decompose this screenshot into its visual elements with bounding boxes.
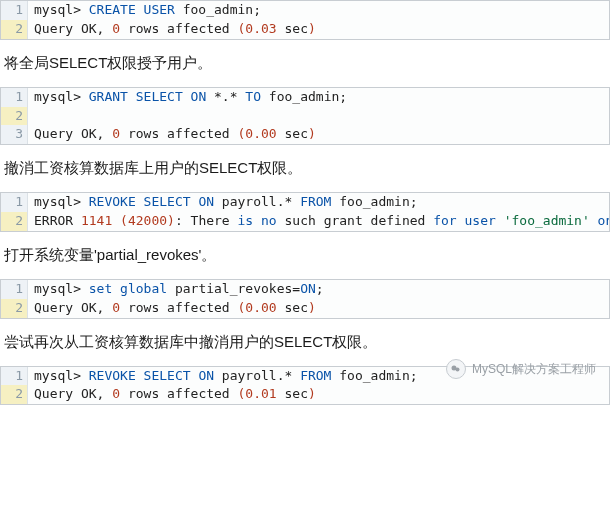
line-number: 1 [1, 280, 28, 299]
line-number: 1 [1, 367, 28, 386]
code-text: mysql> REVOKE SELECT ON payroll.* FROM f… [28, 193, 609, 212]
code-block: 1mysql> GRANT SELECT ON *.* TO foo_admin… [0, 87, 610, 146]
code-text: mysql> REVOKE SELECT ON payroll.* FROM f… [28, 367, 609, 386]
line-number: 1 [1, 1, 28, 20]
code-text: Query OK, 0 rows affected (0.01 sec) [28, 385, 609, 404]
line-number: 1 [1, 193, 28, 212]
code-text [28, 107, 609, 126]
line-number: 1 [1, 88, 28, 107]
line-number: 2 [1, 385, 28, 404]
paragraph: 尝试再次从工资核算数据库中撤消用户的SELECT权限。 [4, 333, 606, 352]
line-number: 2 [1, 212, 28, 231]
code-line: 2Query OK, 0 rows affected (0.01 sec) [1, 385, 609, 404]
paragraph: 撤消工资核算数据库上用户的SELECT权限。 [4, 159, 606, 178]
paragraph: 打开系统变量'partial_revokes'。 [4, 246, 606, 265]
code-block: 1mysql> REVOKE SELECT ON payroll.* FROM … [0, 366, 610, 406]
code-line: 1mysql> REVOKE SELECT ON payroll.* FROM … [1, 193, 609, 212]
line-number: 3 [1, 125, 28, 144]
code-line: 2ERROR 1141 (42000): There is no such gr… [1, 212, 609, 231]
code-line: 2 [1, 107, 609, 126]
code-text: Query OK, 0 rows affected (0.03 sec) [28, 20, 609, 39]
code-text: mysql> GRANT SELECT ON *.* TO foo_admin; [28, 88, 609, 107]
code-text: ERROR 1141 (42000): There is no such gra… [28, 212, 610, 231]
code-line: 2Query OK, 0 rows affected (0.00 sec) [1, 299, 609, 318]
code-text: Query OK, 0 rows affected (0.00 sec) [28, 125, 609, 144]
code-line: 1mysql> set global partial_revokes=ON; [1, 280, 609, 299]
line-number: 2 [1, 20, 28, 39]
code-text: Query OK, 0 rows affected (0.00 sec) [28, 299, 609, 318]
code-line: 1mysql> REVOKE SELECT ON payroll.* FROM … [1, 367, 609, 386]
code-line: 1mysql> CREATE USER foo_admin; [1, 1, 609, 20]
code-text: mysql> CREATE USER foo_admin; [28, 1, 609, 20]
code-line: 2Query OK, 0 rows affected (0.03 sec) [1, 20, 609, 39]
code-text: mysql> set global partial_revokes=ON; [28, 280, 609, 299]
paragraph: 将全局SELECT权限授予用户。 [4, 54, 606, 73]
line-number: 2 [1, 107, 28, 126]
code-block: 1mysql> CREATE USER foo_admin;2Query OK,… [0, 0, 610, 40]
code-line: 3Query OK, 0 rows affected (0.00 sec) [1, 125, 609, 144]
code-block: 1mysql> set global partial_revokes=ON;2Q… [0, 279, 610, 319]
line-number: 2 [1, 299, 28, 318]
code-block: 1mysql> REVOKE SELECT ON payroll.* FROM … [0, 192, 610, 232]
code-line: 1mysql> GRANT SELECT ON *.* TO foo_admin… [1, 88, 609, 107]
